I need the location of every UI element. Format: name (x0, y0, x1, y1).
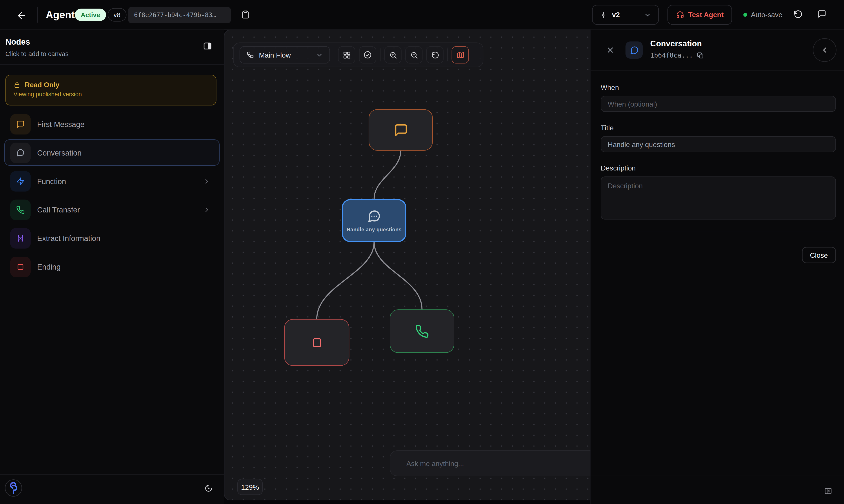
sidebar-item-label: Call Transfer (37, 205, 203, 214)
headphones-icon (676, 11, 684, 19)
moon-icon[interactable] (205, 484, 213, 492)
message-circle-icon (10, 142, 31, 163)
node-ending[interactable] (284, 319, 349, 366)
agent-id-field[interactable]: 6f8e2677-b94c-479b-83… (128, 7, 231, 23)
sidebar-item-extract-information[interactable]: Extract Information (4, 225, 220, 251)
square-icon (311, 337, 323, 348)
flow-edges (224, 30, 591, 500)
panel-footer-divider (591, 476, 844, 476)
flow-selector[interactable]: Main Flow (240, 46, 330, 64)
version-selector-label: v2 (612, 11, 639, 19)
autosave-dot (743, 13, 747, 17)
edge-first-to-conversation (374, 151, 401, 199)
message-circle-dots-icon (367, 209, 381, 223)
extract-parentheses-x-icon (10, 228, 31, 248)
validate-button[interactable] (359, 46, 376, 64)
toolbar-divider (380, 48, 381, 61)
title-label: Title (601, 124, 836, 132)
when-input[interactable] (601, 96, 836, 112)
node-conversation-selected[interactable]: Handle any questions (342, 199, 406, 242)
when-label: When (601, 84, 836, 92)
message-square-icon (10, 114, 31, 134)
back-button[interactable] (16, 10, 27, 20)
arrow-left-icon (16, 10, 27, 21)
version-badge: v8 (108, 8, 126, 21)
readonly-title: Read Only (25, 80, 59, 89)
sidebar-item-label: First Message (37, 120, 214, 128)
sidebar-item-conversation[interactable]: Conversation (4, 139, 220, 166)
workflow-icon (247, 51, 254, 59)
node-config-panel: Conversation 1b64f8ca... When Title (591, 30, 844, 504)
topbar-divider (37, 7, 38, 23)
zoom-level-badge[interactable]: 129% (238, 479, 263, 495)
square-icon (10, 256, 31, 277)
chevron-left-icon (820, 46, 829, 54)
node-type-list: First Message Conversation Function (0, 111, 224, 280)
description-input[interactable] (601, 176, 836, 219)
minimap-toggle-button[interactable] (452, 46, 469, 64)
zoom-in-button[interactable] (384, 46, 402, 64)
chat-bubble-icon (817, 10, 826, 18)
sidebar-footer-divider (0, 474, 224, 474)
readonly-subtitle: Viewing published version (13, 91, 208, 97)
zoom-out-icon (410, 51, 418, 59)
node-title: Handle any questions (347, 226, 402, 232)
zap-icon (10, 171, 31, 191)
agent-builder-app: Agent Active v8 6f8e2677-b94c-479b-83… v… (0, 0, 844, 504)
top-bar: Agent Active v8 6f8e2677-b94c-479b-83… v… (0, 0, 844, 30)
sidebar-subtitle: Click to add to canvas (5, 50, 69, 57)
autosave-label: Auto-save (751, 11, 782, 19)
logo-gp[interactable] (4, 479, 23, 497)
version-selector[interactable]: v2 (592, 5, 659, 25)
node-id-text: 1b64f8ca... (650, 52, 693, 59)
panel-title: Conversation (650, 39, 702, 48)
phone-icon (415, 324, 429, 338)
copy-icon[interactable] (698, 52, 704, 59)
reset-view-button[interactable] (426, 46, 443, 64)
ask-ai-bar[interactable] (390, 450, 591, 476)
node-first-message[interactable] (369, 109, 433, 151)
auto-layout-button[interactable] (338, 46, 355, 64)
zoom-out-button[interactable] (405, 46, 422, 64)
close-x-icon[interactable] (606, 46, 615, 54)
feedback-chat-button[interactable] (817, 10, 826, 18)
message-square-icon (394, 123, 408, 137)
sidebar-item-call-transfer[interactable]: Call Transfer (4, 196, 220, 223)
test-agent-label: Test Agent (688, 11, 724, 19)
phone-icon (10, 199, 31, 220)
ask-ai-input[interactable] (390, 459, 591, 467)
flow-canvas[interactable]: Main Flow (224, 30, 591, 501)
sidebar-item-label: Extract Information (37, 234, 214, 242)
sidebar-item-first-message[interactable]: First Message (4, 111, 220, 137)
edge-conversation-to-ending (317, 242, 374, 319)
autosave-indicator: Auto-save (743, 11, 783, 19)
sidebar-title: Nodes (5, 37, 30, 46)
chevron-right-icon (203, 177, 210, 185)
nodes-sidebar: Nodes Click to add to canvas Read Only V… (0, 30, 224, 504)
chevron-down-icon (316, 51, 323, 58)
description-label: Description (601, 164, 836, 172)
edge-conversation-to-call (374, 242, 422, 309)
sidebar-item-function[interactable]: Function (4, 168, 220, 194)
rotate-ccw-icon (793, 10, 803, 19)
clipboard-icon[interactable] (241, 10, 250, 20)
sidebar-header: Nodes Click to add to canvas (0, 30, 224, 65)
collapse-panel-button[interactable] (813, 38, 837, 62)
chevron-down-icon (644, 11, 651, 18)
zoom-in-icon (389, 51, 397, 59)
undo-history-button[interactable] (793, 10, 803, 19)
lock-icon (13, 81, 20, 88)
panel-toggle-icon[interactable] (203, 41, 212, 51)
canvas-toolbar: Main Flow (233, 42, 483, 67)
panel-body: When Title Description Close (591, 71, 844, 263)
node-call-transfer[interactable] (390, 309, 454, 353)
flow-selector-label: Main Flow (259, 51, 311, 59)
title-input[interactable] (601, 136, 836, 152)
close-button[interactable]: Close (802, 247, 836, 263)
sidebar-item-ending[interactable]: Ending (4, 253, 220, 280)
test-agent-button[interactable]: Test Agent (668, 5, 732, 25)
map-icon (456, 51, 464, 59)
layout-grid-icon (342, 51, 351, 59)
panel-collapse-icon[interactable] (824, 487, 832, 495)
message-circle-icon (630, 46, 639, 55)
